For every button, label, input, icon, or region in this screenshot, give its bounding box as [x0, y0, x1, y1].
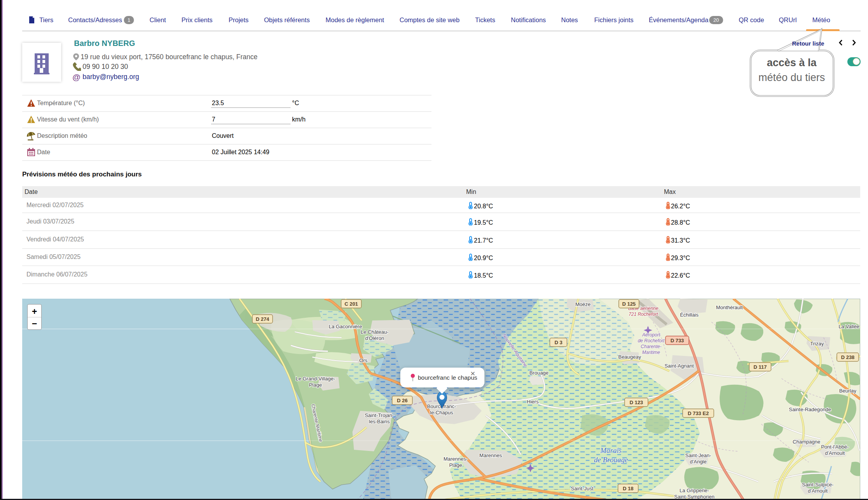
svg-text:Plage: Plage — [309, 382, 322, 388]
svg-text:D 26: D 26 — [397, 398, 407, 403]
svg-text:La Gripperie-: La Gripperie- — [680, 488, 709, 493]
svg-text:de Brouage: de Brouage — [594, 456, 628, 464]
svg-text:Charente-: Charente- — [641, 344, 661, 349]
svg-text:Champagne: Champagne — [793, 439, 820, 445]
svg-text:Aéroport: Aéroport — [642, 332, 660, 338]
svg-text:les-Bains: les-Bains — [369, 419, 390, 424]
svg-text:d'Oléron: d'Oléron — [365, 335, 384, 341]
svg-text:Beaugeay: Beaugeay — [618, 354, 641, 360]
svg-text:D 3: D 3 — [555, 340, 562, 345]
svg-text:Plage: Plage — [449, 462, 462, 468]
svg-text:Moëze: Moëze — [575, 301, 590, 307]
svg-text:D 18: D 18 — [623, 486, 633, 491]
svg-text:Maritime: Maritime — [642, 350, 660, 355]
svg-text:721 Rochefort: 721 Rochefort — [629, 312, 658, 317]
svg-text:Beurlay: Beurlay — [839, 388, 857, 394]
svg-text:D 123: D 123 — [630, 400, 643, 405]
svg-text:D 274: D 274 — [256, 316, 269, 322]
svg-text:D 238: D 238 — [841, 354, 855, 360]
svg-text:Saint-Just: Saint-Just — [571, 486, 593, 491]
svg-text:Saint-Sulpice-: Saint-Sulpice- — [802, 482, 834, 488]
svg-text:Saint-Trojan-: Saint-Trojan- — [365, 412, 394, 418]
svg-text:de Rochefort: de Rochefort — [638, 338, 665, 343]
svg-text:Saint-Agnant: Saint-Agnant — [664, 363, 694, 369]
svg-text:d'Angle: d'Angle — [690, 459, 707, 465]
svg-text:d'Arnoult: d'Arnoult — [825, 450, 845, 456]
svg-text:Trizay: Trizay — [810, 341, 824, 347]
svg-text:Le Château-: Le Château- — [361, 329, 389, 335]
svg-text:D 733: D 733 — [671, 338, 684, 343]
svg-text:D 117: D 117 — [754, 364, 767, 370]
svg-text:C 201: C 201 — [345, 301, 358, 307]
svg-text:d'Arnoult: d'Arnoult — [808, 488, 828, 494]
svg-text:Pont-l'Abbé-: Pont-l'Abbé- — [821, 444, 849, 450]
svg-text:Monthérault: Monthérault — [716, 305, 743, 310]
svg-text:La Gaconnière: La Gaconnière — [329, 324, 362, 329]
svg-text:La Vallée: La Vallée — [838, 324, 859, 329]
svg-text:Marais: Marais — [600, 446, 622, 454]
svg-text:Sainte-Radegonde: Sainte-Radegonde — [789, 407, 831, 412]
svg-text:Ors: Ors — [359, 357, 368, 363]
svg-text:D 733 E2: D 733 E2 — [688, 410, 709, 416]
svg-text:Hiers: Hiers — [527, 399, 539, 405]
svg-text:le-Chapus: le-Chapus — [430, 410, 453, 415]
svg-text:D 125: D 125 — [622, 301, 636, 307]
svg-text:Marennes: Marennes — [479, 452, 502, 458]
svg-text:Brouage: Brouage — [529, 370, 548, 376]
svg-text:Échillais: Échillais — [680, 312, 699, 318]
svg-text:Le Grand-Village-: Le Grand-Village- — [296, 376, 335, 382]
svg-text:Saint-Jean-: Saint-Jean- — [685, 452, 711, 458]
svg-text:Marennes-: Marennes- — [444, 456, 468, 462]
